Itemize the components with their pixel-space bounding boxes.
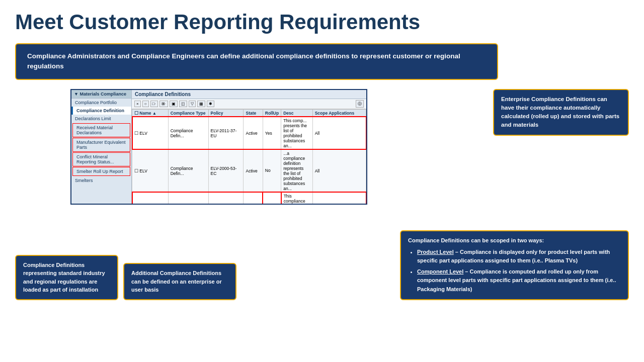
col-type[interactable]: Compliance Type [168, 109, 208, 117]
nav-item-compliance-portfolio[interactable]: Compliance Portfolio [71, 99, 131, 107]
col-name[interactable]: ☐ Name ▲ [132, 109, 169, 117]
nav-item-manufacturer[interactable]: Manufacturer Equivalent Parts [72, 138, 130, 152]
table-area: Compliance Definitions × ○ □· ⊞· ▣ ◫ ▽ ▦… [132, 90, 366, 204]
scope-item-product: Product Level – Compliance is displayed … [417, 248, 621, 265]
toolbar-icon4[interactable]: ◫ [179, 101, 187, 107]
col-state[interactable]: State [244, 109, 263, 117]
main-title: Meet Customer Reporting Requirements [15, 10, 629, 34]
nav-header: ▼ Materials Compliance [71, 90, 131, 99]
toolbar: × ○ □· ⊞· ▣ ◫ ▽ ▦ ✱ ⓪ [132, 99, 366, 109]
toolbar-columns[interactable]: ▦ [197, 101, 205, 107]
col-desc[interactable]: Desc [281, 109, 312, 117]
table-row[interactable]: ☐ EU Battery (2008-Mar-11) Compliance De… [132, 192, 366, 204]
col-scope[interactable]: Scope Applications [312, 109, 366, 117]
toolbar-delete[interactable]: × [134, 101, 141, 107]
ui-mockup: ▼ Materials Compliance Compliance Portfo… [70, 89, 367, 205]
nav-item-conflict-mineral[interactable]: Conflict Mineral Reporting Status... [72, 152, 130, 166]
callout-additional-definitions: Additional Compliance Definitions can be… [123, 263, 236, 300]
nav-item-declarations[interactable]: Declarations Limit [71, 115, 131, 123]
nav-item-smelters[interactable]: Smelters [71, 176, 131, 185]
toolbar-filter[interactable]: ▽ [189, 101, 196, 107]
col-rollup[interactable]: RollUp [263, 109, 281, 117]
nav-item-smelter-rollup[interactable]: Smelter Roll Up Report [72, 167, 130, 176]
toolbar-grid2[interactable]: ⊞· [159, 101, 168, 107]
page: Meet Customer Reporting Requirements Com… [0, 0, 644, 362]
compliance-table: ☐ Name ▲ Compliance Type Policy State Ro… [132, 109, 366, 204]
toolbar-grid1[interactable]: □· [150, 101, 158, 107]
nav-item-received-material[interactable]: Received Material Declarations [72, 123, 130, 137]
table-row[interactable]: ☐ ELV Compliance Defin... ELV-2000-53-EC… [132, 149, 366, 192]
callout-scope-title: Compliance Definitions can be scoped in … [408, 236, 621, 245]
callout-standard-industry: Compliance Definitions representing stan… [15, 255, 118, 300]
table-row[interactable]: ☐ ELV Compliance Defin... ELV-2011-37-EU… [132, 117, 366, 149]
info-banner: Compliance Administrators and Compliance… [15, 43, 498, 80]
nav-item-compliance-definition[interactable]: Compliance Definition [71, 107, 131, 115]
toolbar-help[interactable]: ⓪ [356, 100, 364, 108]
toolbar-refresh[interactable]: ○ [142, 101, 149, 107]
col-policy[interactable]: Policy [208, 109, 244, 117]
toolbar-settings[interactable]: ✱ [207, 101, 214, 107]
table-header-bar: Compliance Definitions [132, 90, 366, 99]
toolbar-icon3[interactable]: ▣ [170, 101, 178, 107]
nav-panel: ▼ Materials Compliance Compliance Portfo… [71, 90, 132, 204]
callout-scoped-ways: Compliance Definitions can be scoped in … [400, 230, 629, 300]
callout-enterprise-compliance: Enterprise Compliance Definitions can ha… [493, 89, 629, 136]
scope-item-component: Component Level – Compliance is computed… [417, 267, 621, 294]
